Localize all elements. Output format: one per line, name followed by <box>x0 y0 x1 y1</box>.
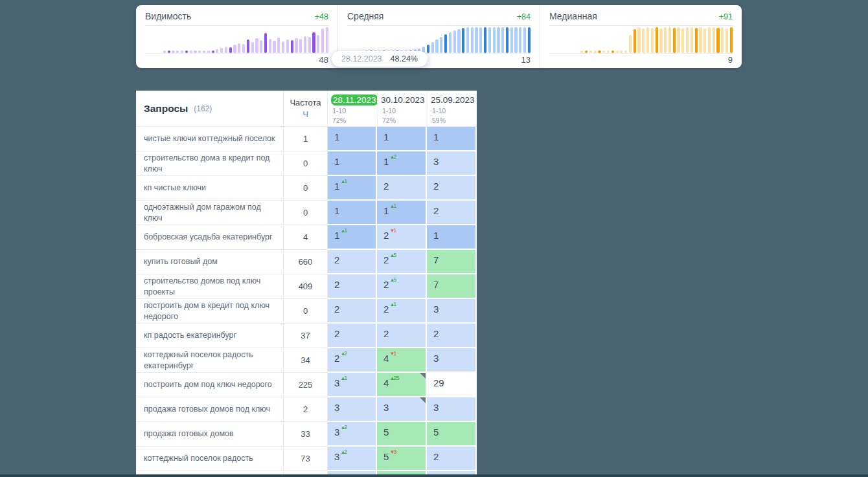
position-cell[interactable]: 3▴2 <box>328 422 377 447</box>
position-change-up: ▴1 <box>391 203 396 209</box>
position-cell[interactable]: 3 <box>427 299 477 324</box>
position-cell[interactable]: 3 <box>427 151 477 176</box>
position-cell[interactable]: 3 <box>427 397 477 422</box>
position-cell[interactable]: 5 <box>427 422 477 447</box>
position-value: 2 <box>383 328 389 339</box>
spark-bar <box>602 50 605 53</box>
metric-card-median[interactable]: Медианная +91 9 <box>540 5 742 68</box>
keyword-cell[interactable]: кп чистые ключи <box>136 176 284 201</box>
position-change-up: ▴25 <box>391 375 399 381</box>
average-sparkline-chart[interactable] <box>347 26 531 54</box>
position-value: 7 <box>433 279 439 290</box>
date-top-range: 1-10 <box>381 107 427 115</box>
position-cell[interactable]: 1 <box>427 225 477 250</box>
position-cell[interactable]: 2 <box>427 176 477 201</box>
position-value: 3 <box>334 377 339 388</box>
position-cell[interactable]: 3▴2 <box>328 447 377 471</box>
visibility-sparkline-chart[interactable] <box>145 26 328 54</box>
position-cell[interactable]: 1 <box>328 151 377 176</box>
position-cell[interactable]: 1 <box>427 127 477 151</box>
spark-bar <box>247 39 249 53</box>
spark-bar <box>488 27 491 53</box>
spark-bar <box>317 35 319 53</box>
position-cell[interactable]: 4▾1 <box>377 348 427 373</box>
position-cell[interactable]: 2 <box>377 176 427 201</box>
keyword-cell[interactable]: строительство дома в кредит под ключ <box>136 151 284 176</box>
position-cell[interactable]: 2 <box>427 201 477 225</box>
table-row: кп чистые ключи01▴122 <box>136 176 477 201</box>
position-value: 2 <box>433 205 439 216</box>
spark-bar <box>299 39 302 53</box>
date-label[interactable]: 28.11.2023 <box>331 94 377 105</box>
position-cell[interactable]: 1▴1 <box>328 225 377 250</box>
position-cell[interactable]: 1▴2 <box>377 151 427 176</box>
position-cell[interactable]: 2 <box>328 274 377 299</box>
position-cell[interactable]: 2▾1 <box>377 225 427 250</box>
keyword-cell[interactable]: коттеджный поселок радость екатеринбург <box>136 348 284 373</box>
position-cell[interactable]: 2 <box>328 324 377 348</box>
spark-bar <box>251 42 254 53</box>
keyword-cell[interactable]: продажа готовых домов под ключ <box>136 397 284 422</box>
frequency-cell: 0 <box>284 151 328 176</box>
position-cell[interactable]: 2 <box>427 447 477 471</box>
position-cell[interactable]: 2 <box>328 299 377 324</box>
keyword-cell[interactable]: одноэтажный дом гаражом под ключ <box>136 201 284 225</box>
date-column-header[interactable]: 25.09.2023 1-10 59% <box>427 91 477 126</box>
position-cell[interactable]: 1 <box>328 127 377 151</box>
keyword-cell[interactable]: построить дом в кредит под ключ недорого <box>136 299 284 324</box>
position-cell[interactable]: 1▴1 <box>377 201 427 225</box>
position-cell[interactable]: 7 <box>427 250 477 274</box>
metric-card-header: Медианная +91 <box>549 11 733 26</box>
frequency-sort-link[interactable]: Ч <box>303 109 308 119</box>
position-cell[interactable]: 3 <box>377 397 427 422</box>
position-cell[interactable]: 2▴5 <box>377 250 427 274</box>
keyword-cell[interactable]: купить готовый дом <box>136 250 284 274</box>
spark-bar <box>686 27 689 53</box>
spark-bar <box>216 49 218 53</box>
metric-card-visibility[interactable]: Видимость +48 48 <box>136 5 337 68</box>
position-value: 29 <box>433 377 444 388</box>
position-cell[interactable]: 29 <box>427 373 477 397</box>
position-cell[interactable]: 5 <box>377 422 427 447</box>
position-cell[interactable]: 4▴25 <box>377 373 427 397</box>
position-value: 3 <box>334 427 339 438</box>
spark-bar <box>475 27 477 53</box>
position-cell[interactable]: 3 <box>328 397 377 422</box>
keyword-cell[interactable]: коттеджный поселок радость <box>136 447 284 471</box>
keyword-cell[interactable]: построить дом под ключ недорого <box>136 373 284 397</box>
position-cell[interactable]: 1 <box>328 201 377 225</box>
position-cell[interactable]: 1 <box>377 127 427 151</box>
spark-bar <box>656 27 658 53</box>
table-row: коттеджный поселок радость733▴25▾32 <box>136 447 477 471</box>
position-cell[interactable]: 2 <box>328 250 377 274</box>
date-column-header[interactable]: 28.11.2023 1-10 72% <box>328 91 377 126</box>
position-cell[interactable]: 2 <box>377 324 427 348</box>
median-sparkline-chart[interactable] <box>549 26 733 54</box>
position-cell[interactable]: 2 <box>427 324 477 348</box>
position-cell[interactable]: 1▴1 <box>328 176 377 201</box>
queries-title: Запросы <box>144 103 188 115</box>
date-label[interactable]: 25.09.2023 <box>431 95 475 105</box>
position-change-up: ▴2 <box>391 153 396 160</box>
position-cell[interactable]: 3▴1 <box>328 373 377 397</box>
position-cell[interactable]: 2▴5 <box>377 274 427 299</box>
date-label[interactable]: 30.10.2023 <box>381 95 425 105</box>
date-column-header[interactable]: 30.10.2023 1-10 72% <box>377 91 427 126</box>
keyword-cell[interactable]: чистые ключи коттеджный поселок <box>136 127 284 151</box>
position-value: 1 <box>433 131 439 142</box>
position-cell[interactable]: 7 <box>427 274 477 299</box>
position-change-up: ▴2 <box>341 350 347 357</box>
keyword-cell[interactable]: продажа готовых домов <box>136 422 284 447</box>
position-cell[interactable]: 2▴2 <box>328 348 377 373</box>
position-value: 2 <box>433 328 439 339</box>
spark-bar <box>580 50 583 53</box>
position-value: 2 <box>383 230 389 241</box>
position-cell[interactable]: 3 <box>427 348 477 373</box>
spark-bar <box>269 39 271 53</box>
keyword-cell[interactable]: бобровская усадьба екатеринбург <box>136 225 284 250</box>
position-cell[interactable]: 2▴1 <box>377 299 427 324</box>
keyword-cell[interactable]: строительство домов под ключ проекты <box>136 274 284 299</box>
position-cell[interactable]: 5▾3 <box>377 447 427 471</box>
position-value: 2 <box>334 353 339 364</box>
keyword-cell[interactable]: кп радость екатеринбург <box>136 324 284 348</box>
